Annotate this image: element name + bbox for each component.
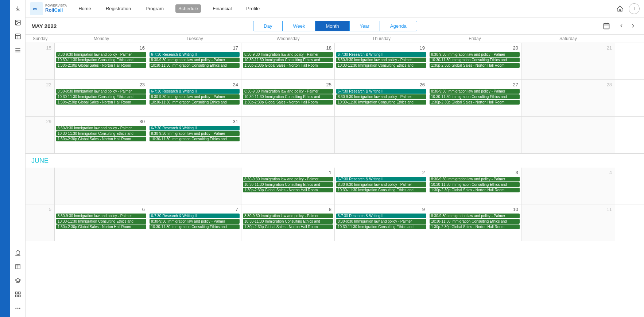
event-item[interactable]: 8:30-9:30 Immigration law and policy - P… xyxy=(56,52,146,57)
event-item[interactable]: 8:30-9:30 Immigration law and policy - P… xyxy=(243,89,333,94)
prev-month-btn[interactable] xyxy=(616,21,626,31)
day-cell[interactable]: 18:30-9:30 Immigration law and policy - … xyxy=(241,168,335,204)
event-item[interactable]: 10:30-11:30 Immigration Consulting Ethic… xyxy=(150,63,240,68)
event-item[interactable]: 1:30p-2:30p Global Sales - Norton Hall R… xyxy=(56,100,146,105)
day-cell[interactable]: 108:30-9:30 Immigration law and policy -… xyxy=(428,204,521,241)
event-item[interactable]: 10:30-11:30 Immigration Consulting Ethic… xyxy=(336,224,426,229)
day-cell[interactable]: 188:30-9:30 Immigration law and policy -… xyxy=(241,43,335,79)
more-icon[interactable] xyxy=(12,302,24,314)
event-item[interactable]: 1:30p-2:30p Global Sales - Norton Hall R… xyxy=(430,100,520,105)
event-item[interactable]: 8:30-9:30 Immigration law and policy - P… xyxy=(243,52,333,57)
day-cell[interactable] xyxy=(148,168,241,204)
nav-program[interactable]: Program xyxy=(143,4,167,13)
event-item[interactable]: 8:30-9:30 Immigration law and policy - P… xyxy=(243,214,333,218)
event-item[interactable]: 6-7:30 Research & Writing II xyxy=(336,214,426,218)
event-item[interactable]: 10:30-11:30 Immigration Consulting Ethic… xyxy=(430,94,520,99)
event-item[interactable]: 1:30p-2:30p Global Sales - Norton Hall R… xyxy=(430,224,520,229)
day-cell[interactable] xyxy=(55,168,148,204)
event-item[interactable]: 8:30-9:30 Immigration law and policy - P… xyxy=(150,94,240,99)
event-item[interactable]: 1:30p-2:30p Global Sales - Norton Hall R… xyxy=(243,100,333,105)
day-cell[interactable] xyxy=(428,117,521,153)
view-month[interactable]: Month xyxy=(315,21,349,31)
download-icon[interactable] xyxy=(12,3,24,15)
nav-home[interactable]: Home xyxy=(75,4,94,13)
day-cell[interactable]: 22 xyxy=(26,80,55,116)
list-icon[interactable] xyxy=(12,44,24,56)
nav-registration[interactable]: Registration xyxy=(103,4,134,13)
book-icon[interactable] xyxy=(12,261,24,273)
event-item[interactable]: 10:30-11:30 Immigration Consulting Ethic… xyxy=(430,219,520,224)
next-month-btn[interactable] xyxy=(628,21,638,31)
day-cell[interactable]: 11 xyxy=(521,204,615,241)
day-cell[interactable]: 76-7:30 Research & Writing II8:30-9:30 I… xyxy=(148,204,241,241)
day-cell[interactable]: 308:30-9:30 Immigration law and policy -… xyxy=(55,117,148,153)
day-cell[interactable]: 208:30-9:30 Immigration law and policy -… xyxy=(428,43,521,79)
day-cell[interactable] xyxy=(241,117,335,153)
day-cell[interactable]: 5 xyxy=(26,204,55,241)
event-item[interactable]: 1:30p-2:30p Global Sales - Norton Hall R… xyxy=(56,137,146,141)
day-cell[interactable]: 176-7:30 Research & Writing II8:30-9:30 … xyxy=(148,43,241,79)
calendar-picker-icon[interactable] xyxy=(601,20,612,31)
user-avatar[interactable]: T xyxy=(629,3,640,14)
day-cell[interactable]: 88:30-9:30 Immigration law and policy - … xyxy=(241,204,335,241)
building-icon[interactable] xyxy=(12,247,24,259)
nav-schedule[interactable]: Schedule xyxy=(175,4,201,13)
event-item[interactable]: 10:30-11:30 Immigration Consulting Ethic… xyxy=(336,188,426,192)
event-item[interactable]: 8:30-9:30 Immigration law and policy - P… xyxy=(150,219,240,224)
day-cell[interactable]: 266-7:30 Research & Writing II8:30-9:30 … xyxy=(335,80,428,116)
event-item[interactable]: 8:30-9:30 Immigration law and policy - P… xyxy=(336,94,426,99)
nav-financial[interactable]: Financial xyxy=(210,4,234,13)
event-item[interactable]: 10:30-11:30 Immigration Consulting Ethic… xyxy=(150,224,240,229)
event-item[interactable]: 8:30-9:30 Immigration law and policy - P… xyxy=(336,182,426,187)
event-item[interactable]: 8:30-9:30 Immigration law and policy - P… xyxy=(150,131,240,136)
event-item[interactable]: 10:30-11:30 Immigration Consulting Ethic… xyxy=(150,137,240,141)
day-cell[interactable]: 246-7:30 Research & Writing II8:30-9:30 … xyxy=(148,80,241,116)
day-cell[interactable]: 4 xyxy=(521,168,615,204)
event-item[interactable]: 8:30-9:30 Immigration law and policy - P… xyxy=(243,177,333,181)
event-item[interactable]: 8:30-9:30 Immigration law and policy - P… xyxy=(430,214,520,218)
event-item[interactable]: 8:30-9:30 Immigration law and policy - P… xyxy=(56,126,146,130)
day-cell[interactable]: 21 xyxy=(521,43,615,79)
image-icon[interactable] xyxy=(12,17,24,28)
day-cell[interactable]: 168:30-9:30 Immigration law and policy -… xyxy=(55,43,148,79)
day-cell[interactable]: 29 xyxy=(26,117,55,153)
grid-icon[interactable] xyxy=(12,289,24,300)
view-day[interactable]: Day xyxy=(253,21,283,31)
event-item[interactable]: 1:30p-2:30p Global Sales - Norton Hall R… xyxy=(56,63,146,68)
event-item[interactable]: 10:30-11:30 Immigration Consulting Ethic… xyxy=(56,219,146,224)
day-cell[interactable] xyxy=(335,117,428,153)
event-item[interactable]: 1:30p-2:30p Global Sales - Norton Hall R… xyxy=(56,224,146,229)
event-item[interactable]: 8:30-9:30 Immigration law and policy - P… xyxy=(430,177,520,181)
event-item[interactable]: 6-7:30 Research & Writing II xyxy=(150,89,240,94)
event-item[interactable]: 8:30-9:30 Immigration law and policy - P… xyxy=(336,219,426,224)
event-item[interactable]: 6-7:30 Research & Writing II xyxy=(336,177,426,181)
event-item[interactable]: 8:30-9:30 Immigration law and policy - P… xyxy=(430,89,520,94)
event-item[interactable]: 6-7:30 Research & Writing II xyxy=(150,52,240,57)
day-cell[interactable]: 26-7:30 Research & Writing II8:30-9:30 I… xyxy=(335,168,428,204)
day-cell[interactable]: 258:30-9:30 Immigration law and policy -… xyxy=(241,80,335,116)
view-agenda[interactable]: Agenda xyxy=(380,21,417,31)
graduation-icon[interactable] xyxy=(12,275,24,286)
day-cell[interactable]: 96-7:30 Research & Writing II8:30-9:30 I… xyxy=(335,204,428,241)
day-cell[interactable]: 238:30-9:30 Immigration law and policy -… xyxy=(55,80,148,116)
event-item[interactable]: 1:30p-2:30p Global Sales - Norton Hall R… xyxy=(430,63,520,68)
event-item[interactable]: 10:30-11:30 Immigration Consulting Ethic… xyxy=(243,182,333,187)
event-item[interactable]: 8:30-9:30 Immigration law and policy - P… xyxy=(56,214,146,218)
day-cell[interactable]: 196-7:30 Research & Writing II8:30-9:30 … xyxy=(335,43,428,79)
event-item[interactable]: 10:30-11:30 Immigration Consulting Ethic… xyxy=(430,182,520,187)
event-item[interactable]: 10:30-11:30 Immigration Consulting Ethic… xyxy=(336,100,426,105)
event-item[interactable]: 10:30-11:30 Immigration Consulting Ethic… xyxy=(243,219,333,224)
event-item[interactable]: 10:30-11:30 Immigration Consulting Ethic… xyxy=(243,58,333,62)
event-item[interactable]: 6-7:30 Research & Writing II xyxy=(336,52,426,57)
event-item[interactable]: 10:30-11:30 Immigration Consulting Ethic… xyxy=(56,131,146,136)
event-item[interactable]: 6-7:30 Research & Writing II xyxy=(336,89,426,94)
event-item[interactable]: 10:30-11:30 Immigration Consulting Ethic… xyxy=(430,58,520,62)
day-cell[interactable]: 15 xyxy=(26,43,55,79)
day-cell[interactable]: 278:30-9:30 Immigration law and policy -… xyxy=(428,80,521,116)
event-item[interactable]: 10:30-11:30 Immigration Consulting Ethic… xyxy=(150,100,240,105)
event-item[interactable]: 10:30-11:30 Immigration Consulting Ethic… xyxy=(243,94,333,99)
event-item[interactable]: 10:30-11:30 Immigration Consulting Ethic… xyxy=(56,94,146,99)
day-cell[interactable]: 316-7:30 Research & Writing II8:30-9:30 … xyxy=(148,117,241,153)
event-item[interactable]: 6-7:30 Research & Writing II xyxy=(150,126,240,130)
event-item[interactable]: 6-7:30 Research & Writing II xyxy=(150,214,240,218)
